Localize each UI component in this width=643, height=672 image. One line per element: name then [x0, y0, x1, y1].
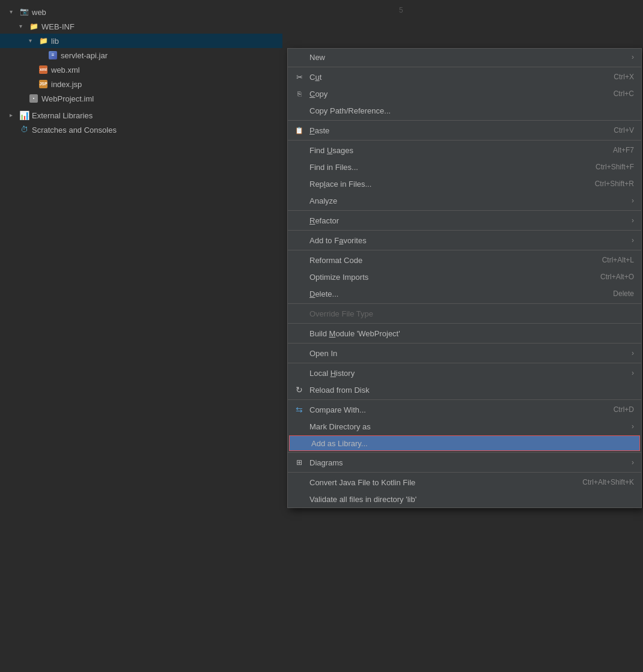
menu-item-compare-with[interactable]: ⇆ Compare With... Ctrl+D	[288, 401, 641, 418]
menu-item-validate-files[interactable]: Validate all files in directory 'lib'	[288, 491, 641, 507]
tree-label-web-inf: WEB-INF	[41, 22, 75, 31]
shortcut-delete: Delete	[613, 289, 634, 298]
menu-item-open-in[interactable]: Open In ›	[288, 345, 641, 362]
arrow-favorites: ›	[632, 236, 634, 244]
chevron-lib	[29, 37, 36, 44]
shortcut-find-files: Ctrl+Shift+F	[596, 163, 634, 171]
menu-item-copy[interactable]: ⎘ Copy Ctrl+C	[288, 85, 641, 102]
menu-item-delete[interactable]: Delete... Delete	[288, 285, 641, 302]
tree-item-web-xml[interactable]: xml web.xml	[0, 62, 282, 77]
menu-label-override-type: Override File Type	[309, 309, 634, 318]
menu-item-local-history[interactable]: Local History ›	[288, 365, 641, 381]
tree-item-web[interactable]: 📷 web	[0, 5, 282, 19]
separator-3	[288, 140, 641, 141]
separator-4	[288, 210, 641, 211]
menu-label-validate-files: Validate all files in directory 'lib'	[309, 495, 634, 504]
menu-item-analyze[interactable]: Analyze ›	[288, 192, 641, 209]
separator-7	[288, 303, 641, 304]
menu-item-optimize[interactable]: Optimize Imports Ctrl+Alt+O	[288, 268, 641, 285]
menu-label-copy: Copy	[309, 89, 614, 98]
reload-icon: ↻	[294, 385, 305, 395]
line-number: 5	[397, 0, 403, 14]
folder-icon-web-inf	[29, 22, 38, 31]
menu-item-replace-files[interactable]: Replace in Files... Ctrl+Shift+R	[288, 175, 641, 192]
shortcut-convert-kotlin: Ctrl+Alt+Shift+K	[582, 478, 634, 486]
tree-item-web-inf[interactable]: WEB-INF	[0, 19, 282, 34]
scratch-icon: ⏱	[19, 125, 29, 135]
menu-label-add-library: Add as Library...	[311, 439, 632, 448]
menu-label-open-in: Open In	[309, 349, 632, 358]
menu-item-add-library[interactable]: Add as Library...	[289, 435, 640, 451]
separator-8	[288, 323, 641, 324]
menu-label-paste: Paste	[309, 126, 614, 135]
compare-icon: ⇆	[294, 405, 305, 414]
menu-item-cut[interactable]: ✂ Cut Ctrl+X	[288, 68, 641, 85]
tree-item-servlet-api[interactable]: ≡ servlet-api.jar	[0, 48, 282, 62]
arrow-diagrams: ›	[632, 458, 634, 467]
separator-6	[288, 250, 641, 250]
arrow-open-in: ›	[632, 349, 634, 357]
menu-label-add-favorites: Add to Favorites	[309, 236, 632, 245]
menu-label-refactor: Refactor	[309, 216, 632, 225]
menu-label-new: New	[309, 53, 632, 62]
xml-icon: xml	[38, 65, 48, 74]
tree-item-lib[interactable]: lib	[0, 34, 282, 48]
tree-item-scratches[interactable]: ⏱ Scratches and Consoles	[0, 123, 282, 137]
menu-label-replace-files: Replace in Files...	[309, 180, 595, 189]
arrow-analyze: ›	[632, 196, 634, 205]
camera-icon: 📷	[19, 7, 29, 17]
menu-item-convert-kotlin[interactable]: Convert Java File to Kotlin File Ctrl+Al…	[288, 474, 641, 491]
tree-item-index-jsp[interactable]: JSP index.jsp	[0, 77, 282, 91]
shortcut-optimize: Ctrl+Alt+O	[600, 273, 634, 281]
chevron-web-inf	[19, 23, 26, 30]
menu-item-mark-directory[interactable]: Mark Directory as ›	[288, 418, 641, 435]
chevron-web	[10, 8, 17, 16]
tree-item-webproject-iml[interactable]: ▪ WebProject.iml	[0, 91, 282, 106]
shortcut-cut: Ctrl+X	[614, 73, 634, 81]
menu-item-copy-path[interactable]: Copy Path/Reference...	[288, 102, 641, 119]
diagrams-icon: ⊞	[294, 458, 305, 467]
arrow-new: ›	[632, 53, 634, 61]
separator-2	[288, 120, 641, 121]
menu-label-reload-disk: Reload from Disk	[309, 386, 634, 395]
menu-item-reload-disk[interactable]: ↻ Reload from Disk	[288, 381, 641, 398]
menu-label-delete: Delete...	[309, 289, 613, 298]
menu-label-copy-path: Copy Path/Reference...	[309, 106, 634, 115]
arrow-local-history: ›	[632, 369, 634, 377]
menu-label-build-module: Build Module 'WebProject'	[309, 329, 634, 338]
tree-label-servlet-api: servlet-api.jar	[61, 51, 108, 60]
menu-label-convert-kotlin: Convert Java File to Kotlin File	[309, 478, 582, 487]
separator-12	[288, 452, 641, 453]
menu-label-mark-directory: Mark Directory as	[309, 422, 632, 431]
menu-label-compare-with: Compare With...	[309, 405, 614, 414]
menu-item-build-module[interactable]: Build Module 'WebProject'	[288, 325, 641, 342]
menu-label-reformat: Reformat Code	[309, 256, 602, 265]
menu-item-diagrams[interactable]: ⊞ Diagrams ›	[288, 454, 641, 471]
menu-item-add-favorites[interactable]: Add to Favorites ›	[288, 232, 641, 249]
shortcut-copy: Ctrl+C	[614, 89, 634, 98]
separator-5	[288, 230, 641, 231]
shortcut-reformat: Ctrl+Alt+L	[602, 256, 634, 264]
menu-item-reformat[interactable]: Reformat Code Ctrl+Alt+L	[288, 252, 641, 268]
tree-label-ext-libs: External Libraries	[32, 111, 93, 120]
menu-item-override-type[interactable]: Override File Type	[288, 305, 641, 322]
copy-icon: ⎘	[294, 90, 305, 97]
separator-1	[288, 67, 641, 67]
menu-item-find-files[interactable]: Find in Files... Ctrl+Shift+F	[288, 159, 641, 175]
tree-item-ext-libs[interactable]: 📊 External Libraries	[0, 108, 282, 123]
separator-13	[288, 472, 641, 473]
jsp-icon: JSP	[38, 79, 48, 89]
tree-label-web: web	[32, 8, 46, 17]
menu-label-find-files: Find in Files...	[309, 163, 596, 172]
menu-label-analyze: Analyze	[309, 196, 632, 205]
menu-item-refactor[interactable]: Refactor ›	[288, 212, 641, 229]
extlib-icon: 📊	[19, 110, 29, 120]
menu-label-optimize: Optimize Imports	[309, 273, 600, 282]
menu-item-find-usages[interactable]: Find Usages Alt+F7	[288, 142, 641, 159]
tree-label-web-xml: web.xml	[51, 65, 80, 74]
file-tree: 📷 web WEB-INF lib ≡ servlet-api.jar xml …	[0, 0, 282, 672]
menu-item-new[interactable]: New ›	[288, 49, 641, 65]
tree-label-webproject-iml: WebProject.iml	[41, 94, 94, 103]
menu-item-paste[interactable]: 📋 Paste Ctrl+V	[288, 122, 641, 139]
shortcut-paste: Ctrl+V	[614, 126, 634, 135]
